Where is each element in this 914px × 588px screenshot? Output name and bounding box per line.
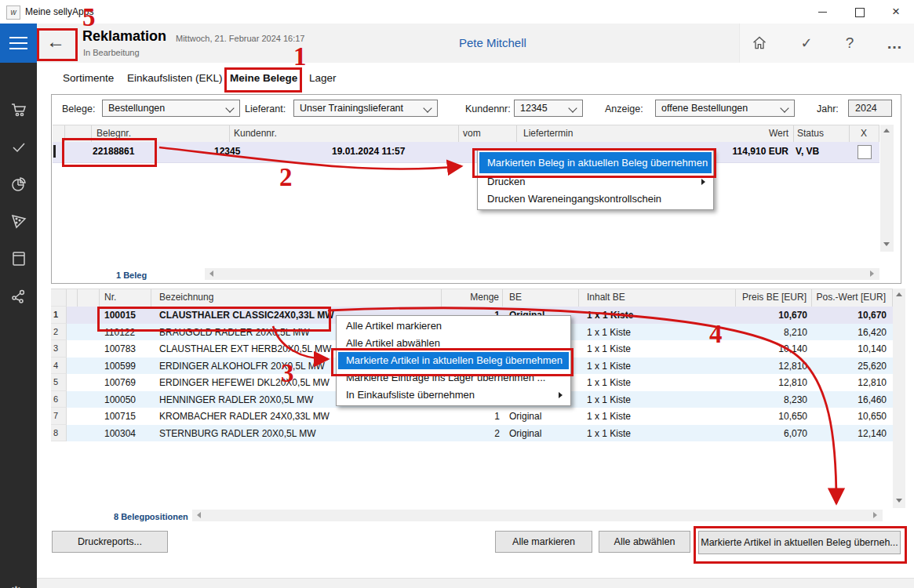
alle-markieren-button[interactable]: Alle markieren <box>495 531 592 553</box>
col-nr: Nr. <box>100 289 151 307</box>
positionen-vertical-scrollbar[interactable] <box>893 289 905 508</box>
anzeige-filter-label: Anzeige: <box>605 103 643 114</box>
help-button[interactable]: ? <box>836 30 864 56</box>
menu-toggle-button[interactable] <box>0 24 37 63</box>
book-icon <box>9 249 28 268</box>
table-row[interactable]: 8100304STERNBURG RADLER 20X0,5L MW2Origi… <box>51 425 893 442</box>
tab-sortimente[interactable]: Sortimente <box>63 72 114 84</box>
col-liefertermin: Liefertermin <box>523 128 573 139</box>
back-button[interactable]: ← <box>39 30 72 55</box>
page-datetime: Mittwoch, 21. Februar 2024 16:17 <box>176 34 304 43</box>
user-name[interactable]: Pete Mitchell <box>459 36 526 49</box>
inhalt-be-cell: 1 x 1 Kiste <box>579 374 736 391</box>
jahr-input[interactable]: 2024 <box>848 100 892 117</box>
menge-cell: 2 <box>442 425 503 442</box>
artikel-context-menu: Alle Artikel markieren Alle Artikel abwä… <box>336 315 571 406</box>
app-icon: w <box>6 5 20 20</box>
artikel-nr-cell: 100304 <box>100 425 151 442</box>
sidebar-item-catalog[interactable] <box>9 249 28 268</box>
anzeige-dropdown[interactable]: offene Bestellungen <box>655 100 795 117</box>
cart-icon <box>9 100 28 119</box>
more-button[interactable]: … <box>880 30 909 56</box>
row-number: 8 <box>51 425 67 442</box>
home-button[interactable] <box>745 30 774 56</box>
menu-item-alle-abwaehlen[interactable]: Alle Artikel abwählen <box>338 335 569 352</box>
pos-wert-cell: 10,140 <box>812 340 893 358</box>
menge-cell: 1 <box>442 408 503 425</box>
tab-lager[interactable]: Lager <box>309 72 337 84</box>
menu-item-einkaufsliste[interactable]: In Einkaufsliste übernehmen <box>338 387 569 404</box>
sidebar-item-products[interactable] <box>9 212 28 230</box>
more-icon: … <box>887 34 902 52</box>
back-arrow-icon: ← <box>46 31 65 52</box>
belege-filter-label: Belege: <box>62 103 95 114</box>
minimize-button[interactable] <box>804 0 840 24</box>
sidebar-item-share[interactable] <box>9 287 28 306</box>
confirm-button[interactable]: ✓ <box>792 30 821 56</box>
row-select-cell <box>67 324 78 341</box>
kundennr-filter-label: Kundennr: <box>465 103 511 114</box>
scroll-left-icon <box>209 270 213 277</box>
preis-be-cell: 10,650 <box>736 408 812 425</box>
tab-meine-belege[interactable]: Meine Belege <box>230 72 297 84</box>
menu-item-lager-uebernehmen[interactable]: Markierte Einträge ins Lager übernehmen … <box>338 369 569 387</box>
inhalt-be-cell: 1 x 1 Kiste <box>579 340 736 358</box>
pos-wert-cell: 16,460 <box>812 391 893 408</box>
positionen-table-header: Nr. Bezeichnung Menge BE Inhalt BE Preis… <box>51 289 893 307</box>
be-cell: Original <box>503 408 579 425</box>
table-row[interactable]: 7100715KROMBACHER RADLER 24X0,33L MW1Ori… <box>51 408 893 425</box>
sidebar-item-statistics[interactable] <box>9 175 28 194</box>
maximize-button[interactable] <box>841 0 877 24</box>
menu-item-drucken-kontrollschein[interactable]: Drucken Wareneingangskontrollschein <box>479 191 712 208</box>
lieferant-dropdown[interactable]: Unser Trainingslieferant <box>293 100 438 117</box>
col-be: BE <box>503 289 579 307</box>
row-indicator-cell <box>78 425 100 442</box>
col-x: X <box>861 128 867 139</box>
row-select-cell <box>67 425 78 442</box>
menu-item-beleg-uebernehmen[interactable]: Markierten Beleg in aktuellen Beleg über… <box>479 152 712 173</box>
preis-be-cell: 8,210 <box>736 324 812 341</box>
row-indicator <box>53 145 56 158</box>
preis-be-cell: 6,070 <box>736 425 812 442</box>
belege-table-header: Belegnr. Kundennr. vom Liefertermin Wert… <box>53 125 879 143</box>
inhalt-be-cell: 1 x 1 Kiste <box>579 358 736 375</box>
kundennr-dropdown[interactable]: 12345 <box>514 100 583 117</box>
preis-be-cell: 10,670 <box>736 307 812 324</box>
check-icon <box>9 138 28 157</box>
window-title: Meine sellyApps <box>25 6 93 17</box>
beleg-kundennr-cell: 12345 <box>214 146 240 157</box>
help-icon: ? <box>846 34 854 51</box>
chevron-down-icon <box>225 103 234 112</box>
sidebar-item-tasks[interactable] <box>9 138 28 157</box>
druckreports-button[interactable]: Druckreports... <box>52 531 168 553</box>
row-number: 4 <box>51 358 67 375</box>
alle-abwaehlen-button[interactable]: Alle abwählen <box>599 531 690 553</box>
artikel-uebernehmen-button[interactable]: Markierte Artikel in aktuellen Beleg übe… <box>698 531 901 554</box>
row-indicator-cell <box>78 391 100 408</box>
artikel-nr-cell: 100783 <box>100 340 151 358</box>
belege-horizontal-scrollbar[interactable] <box>205 268 879 280</box>
artikel-nr-cell: 100769 <box>100 374 151 391</box>
scroll-up-icon <box>883 129 890 132</box>
submenu-arrow-icon <box>701 179 705 185</box>
menu-item-alle-markieren[interactable]: Alle Artikel markieren <box>338 318 569 335</box>
menu-item-artikel-uebernehmen[interactable]: Markierte Artikel in aktuellen Beleg übe… <box>338 352 569 369</box>
inhalt-be-cell: 1 x 1 Kiste <box>579 408 736 425</box>
settings-button[interactable]: ⚙ <box>9 583 24 588</box>
tab-einkaufslisten[interactable]: Einkaufslisten (EKL) <box>127 72 223 84</box>
pos-wert-cell: 12,140 <box>812 425 893 442</box>
col-pos-wert: Pos.-Wert [EUR] <box>812 289 893 307</box>
sidebar-item-cart[interactable] <box>9 100 28 119</box>
menu-item-drucken[interactable]: Drucken <box>479 173 712 191</box>
positionen-horizontal-scrollbar[interactable] <box>192 510 883 521</box>
row-indicator-cell <box>78 307 100 324</box>
artikel-nr-cell: 100599 <box>100 358 151 375</box>
row-select-cell <box>67 391 78 408</box>
beleg-checkbox[interactable] <box>858 145 872 159</box>
scroll-right-icon <box>870 270 874 277</box>
beleg-row[interactable]: 22188861 12345 19.01.2024 11:57 114,910 … <box>53 142 879 163</box>
row-number: 6 <box>51 391 67 408</box>
belege-dropdown[interactable]: Bestellungen <box>102 100 240 117</box>
belege-vertical-scrollbar[interactable] <box>880 125 894 252</box>
close-button[interactable]: × <box>878 0 914 24</box>
